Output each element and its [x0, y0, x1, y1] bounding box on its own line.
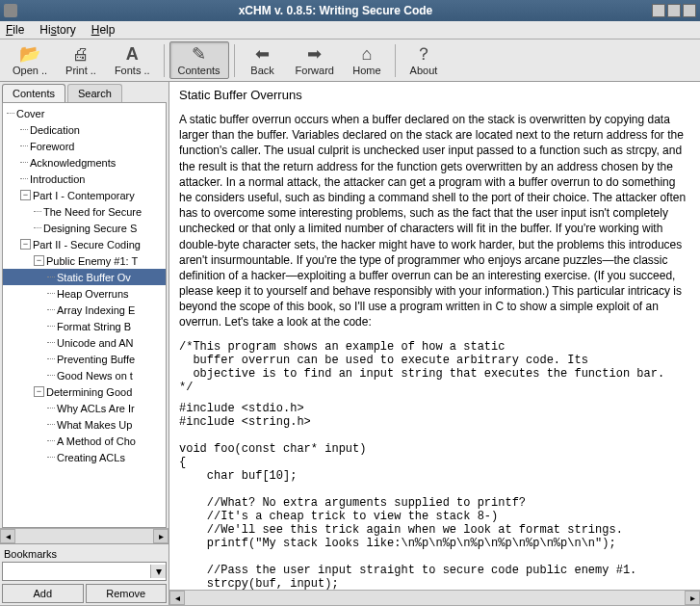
scroll-right-icon[interactable]: ▸ [685, 591, 700, 605]
tree-item[interactable]: −Determining Good [3, 383, 166, 400]
tree-item[interactable]: Good News on t [3, 367, 166, 383]
menu-history[interactable]: History [39, 23, 75, 37]
tree-item-label: What Makes Up [57, 419, 132, 431]
forward-button[interactable]: ➡Forward [287, 41, 343, 79]
print-icon: 🖨 [72, 44, 90, 64]
tree-item[interactable]: Cover [3, 105, 166, 121]
about-button[interactable]: ？About [401, 41, 447, 79]
tree-item-label: Why ACLs Are Ir [57, 403, 135, 414]
tree-item[interactable]: −Public Enemy #1: T [3, 252, 166, 269]
toolbar: 📂Open .. 🖨Print .. AFonts .. ✎Contents ⬅… [0, 40, 700, 82]
tree-item-label: Array Indexing E [57, 304, 135, 316]
tree-item-label: Heap Overruns [57, 288, 129, 300]
tree-item-label: Designing Secure S [43, 223, 137, 234]
toolbar-separator [395, 44, 396, 77]
scroll-left-icon[interactable]: ◂ [0, 529, 15, 543]
toolbar-separator [234, 44, 235, 77]
tree-item-label: Introduction [30, 173, 85, 185]
tree-item[interactable]: Introduction [3, 171, 166, 187]
tree-item[interactable]: −Part II - Secure Coding [3, 236, 166, 252]
back-button[interactable]: ⬅Back [240, 41, 286, 79]
tab-contents[interactable]: Contents [2, 84, 65, 102]
tree-item-label: Creating ACLs [57, 452, 125, 463]
remove-bookmark-button[interactable]: Remove [86, 584, 168, 603]
tree-item-label: Part I - Contemporary [33, 190, 135, 201]
print-button[interactable]: 🖨Print .. [57, 41, 105, 79]
sidebar-tabs: Contents Search [0, 82, 169, 102]
tree-item[interactable]: What Makes Up [3, 416, 166, 433]
bookmarks-panel: Bookmarks ▾ Add Remove [0, 543, 169, 605]
tree-item-label: Format String B [57, 321, 131, 332]
code-block: /*This program shows an example of how a… [179, 340, 690, 394]
titlebar: xCHM v. 0.8.5: Writing Secure Code [0, 0, 700, 21]
bookmarks-combo[interactable]: ▾ [2, 562, 167, 581]
contents-icon: ✎ [192, 44, 206, 64]
tree-item[interactable]: −Part I - Contemporary [3, 187, 166, 203]
tree-item-label: Part II - Secure Coding [33, 239, 141, 250]
tree-item[interactable]: Acknowledgments [3, 154, 166, 171]
window-title: xCHM v. 0.8.5: Writing Secure Code [21, 4, 650, 17]
open-icon: 📂 [19, 44, 40, 64]
dropdown-icon[interactable]: ▾ [150, 565, 166, 578]
tree-item-label: Determining Good [46, 386, 132, 398]
home-icon: ⌂ [362, 44, 373, 64]
tree-item-label: Unicode and AN [57, 337, 134, 349]
tree-item[interactable]: Creating ACLs [3, 449, 166, 465]
tree-toggle[interactable]: − [34, 255, 44, 266]
tree-item[interactable]: Static Buffer Ov [3, 269, 166, 285]
tree-item-label: Dedication [30, 124, 80, 136]
tree-item[interactable]: Array Indexing E [3, 302, 166, 318]
contents-button[interactable]: ✎Contents [169, 41, 229, 79]
about-icon: ？ [415, 44, 432, 64]
tree-item[interactable]: The Need for Secure [3, 203, 166, 220]
close-button[interactable] [683, 4, 696, 17]
tree-view[interactable]: CoverDedicationForewordAcknowledgmentsIn… [2, 102, 167, 528]
side-panel: Contents Search CoverDedicationForewordA… [0, 82, 169, 605]
home-button[interactable]: ⌂Home [344, 41, 390, 79]
minimize-button[interactable] [652, 4, 665, 17]
tree-item-label: Static Buffer Ov [57, 272, 131, 283]
tree-toggle[interactable]: − [20, 190, 31, 200]
tab-search[interactable]: Search [67, 84, 122, 102]
forward-icon: ➡ [307, 44, 322, 64]
paragraph: A static buffer overrun occurs when a bu… [179, 112, 690, 330]
tree-item-label: Foreword [30, 141, 74, 152]
open-button[interactable]: 📂Open .. [4, 41, 56, 79]
menu-help[interactable]: Help [91, 23, 116, 37]
menu-file[interactable]: File [6, 23, 24, 37]
tree-item[interactable]: Foreword [3, 138, 166, 154]
tree-item[interactable]: Unicode and AN [3, 334, 166, 351]
tree-item-label: The Need for Secure [43, 206, 142, 218]
tree-hscroll[interactable]: ◂ ▸ [0, 528, 169, 543]
tree-item[interactable]: Preventing Buffe [3, 351, 166, 367]
toolbar-separator [164, 44, 165, 77]
menubar: File History Help [0, 21, 700, 40]
maximize-button[interactable] [667, 4, 681, 17]
tree-item[interactable]: Format String B [3, 318, 166, 334]
tree-item[interactable]: Designing Secure S [3, 220, 166, 236]
tree-toggle[interactable]: − [34, 386, 44, 397]
add-bookmark-button[interactable]: Add [2, 584, 84, 603]
scroll-right-icon[interactable]: ▸ [153, 529, 169, 543]
content-hscroll[interactable]: ◂ ▸ [169, 590, 700, 605]
tree-item-label: Public Enemy #1: T [46, 255, 138, 267]
app-icon [4, 4, 17, 17]
page-heading: Static Buffer Overruns [179, 88, 690, 102]
tree-item[interactable]: Why ACLs Are Ir [3, 400, 166, 416]
tree-item-label: Good News on t [57, 370, 133, 382]
content-pane: Static Buffer Overruns A static buffer o… [169, 82, 700, 605]
tree-item-label: Acknowledgments [30, 157, 116, 169]
back-icon: ⬅ [255, 44, 270, 64]
tree-toggle[interactable]: − [20, 239, 31, 250]
tree-item-label: A Method of Cho [57, 435, 136, 447]
code-block: #include <stdio.h> #include <string.h> v… [179, 402, 690, 590]
content-body[interactable]: Static Buffer Overruns A static buffer o… [169, 82, 700, 590]
scroll-left-icon[interactable]: ◂ [169, 591, 185, 605]
fonts-button[interactable]: AFonts .. [106, 41, 159, 79]
tree-item-label: Preventing Buffe [57, 354, 135, 365]
tree-item-label: Cover [16, 108, 44, 119]
tree-item[interactable]: Heap Overruns [3, 285, 166, 302]
tree-item[interactable]: Dedication [3, 121, 166, 138]
tree-item[interactable]: A Method of Cho [3, 433, 166, 449]
bookmarks-label: Bookmarks [2, 546, 167, 562]
